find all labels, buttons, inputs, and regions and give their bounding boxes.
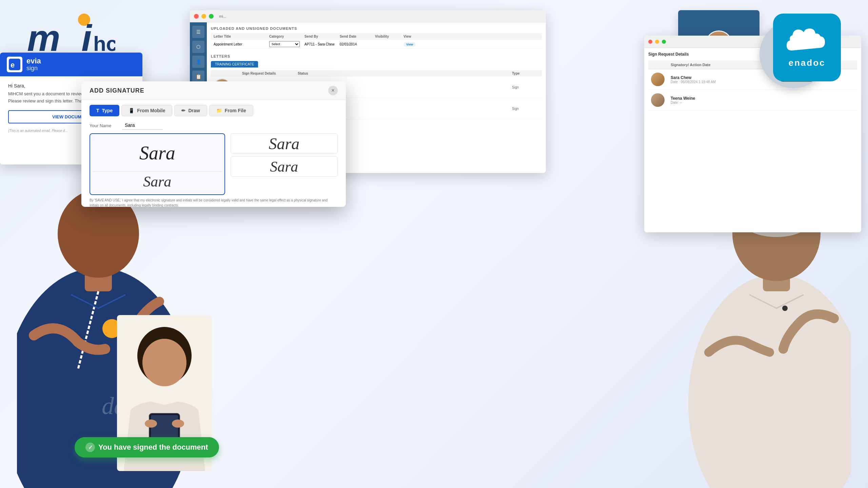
- type-icon: T: [96, 108, 99, 113]
- min-btn[interactable]: [655, 40, 659, 44]
- mobile-label: From Mobile: [137, 108, 165, 113]
- col-send-date: Send Date: [340, 35, 374, 38]
- enadoc-label: enadoc: [788, 58, 825, 68]
- sig-cursive-2: Sara: [93, 171, 222, 192]
- tab-training-cert[interactable]: TRAINING CERTIFICATE: [211, 61, 258, 67]
- col-letter-title: Letter Title: [214, 35, 268, 38]
- col-avatar-header: [651, 63, 668, 67]
- add-signature-modal: ADD SIGNATURE × T Type 📱 From Mobile ✏ D…: [81, 81, 346, 207]
- doc-category: Select: [269, 41, 303, 47]
- signature-options-right: Sara Sara: [231, 133, 338, 195]
- svg-text:m: m: [27, 17, 60, 58]
- sig-cursive-1: Sara: [93, 137, 222, 169]
- signature-tabs: T Type 📱 From Mobile ✏ Draw 📁 From File: [81, 100, 346, 121]
- enadoc-logo: enadoc: [773, 14, 841, 81]
- sign-text: sign: [26, 65, 41, 72]
- close-btn[interactable]: [648, 40, 652, 44]
- svg-point-18: [142, 339, 186, 386]
- col-type: Sign Request Details: [242, 72, 296, 75]
- maximize-dot: [209, 14, 214, 19]
- tab-type[interactable]: T Type: [90, 105, 119, 116]
- mihcm-logo: m i hcm: [27, 14, 115, 58]
- sidebar-icon-4[interactable]: 📋: [192, 71, 204, 83]
- success-message: You have signed the document: [98, 443, 208, 452]
- sidebar-icon-2[interactable]: ⬡: [192, 41, 204, 53]
- svg-text:e: e: [11, 61, 15, 69]
- titlebar: mi...: [190, 10, 546, 22]
- svg-point-22: [172, 419, 184, 428]
- modal-close-button[interactable]: ×: [328, 86, 338, 95]
- check-circle-icon: ✓: [85, 443, 95, 452]
- mobile-icon: 📱: [129, 108, 134, 113]
- doc-title: Appointment Letter: [214, 42, 268, 46]
- svg-text:i: i: [81, 17, 93, 58]
- sig-right-2[interactable]: Sara: [231, 156, 338, 177]
- eviasign-brand: evia sign: [26, 57, 41, 72]
- success-notification: ✓ You have signed the document: [75, 437, 219, 457]
- window-url: mi...: [219, 14, 226, 18]
- tab-from-mobile[interactable]: 📱 From Mobile: [121, 105, 172, 116]
- name-label: Your Name: [90, 123, 117, 128]
- checkmark-icon: ✓: [88, 444, 93, 451]
- signature-option-selected[interactable]: Sara Sara: [90, 133, 225, 195]
- col-status-header: Status: [298, 72, 511, 75]
- draw-icon: ✏: [181, 108, 185, 113]
- col-img: [214, 72, 241, 75]
- doc-send-date: 02/01/2014: [340, 42, 374, 46]
- letters-tabs: TRAINING CERTIFICATE: [211, 61, 542, 67]
- signatory-info-teena: Teena Weine Date: --: [671, 96, 811, 104]
- file-icon: 📁: [216, 108, 222, 113]
- svg-text:hcm: hcm: [93, 32, 115, 55]
- tab-draw[interactable]: ✏ Draw: [174, 105, 207, 116]
- signatory-avatar-sara: [651, 73, 665, 86]
- file-label: From File: [225, 108, 246, 113]
- sidebar-icon-3[interactable]: 👤: [192, 56, 204, 68]
- sign-type-1: Sign: [512, 85, 539, 89]
- tab-from-file[interactable]: 📁 From File: [209, 105, 253, 116]
- letters-title: LETTERS: [211, 54, 542, 58]
- consent-text: By 'SAVE AND USE,' I agree that my elect…: [81, 195, 346, 207]
- col-view: View: [403, 35, 424, 38]
- signatures-area: Sara Sara Sara Sara: [81, 133, 346, 195]
- category-select[interactable]: Select: [269, 41, 300, 47]
- svg-point-21: [145, 419, 157, 428]
- name-row: Your Name: [81, 121, 346, 133]
- name-input[interactable]: [122, 121, 163, 130]
- col-send-by: Send By: [304, 35, 338, 38]
- sig-right-1[interactable]: Sara: [231, 133, 338, 154]
- max-btn[interactable]: [662, 40, 666, 44]
- teena-name: Teena Weine: [671, 96, 811, 101]
- teena-date: Date: --: [671, 101, 811, 104]
- col-visibility: Visibility: [375, 35, 402, 38]
- draw-label: Draw: [188, 108, 200, 113]
- minimize-dot: [201, 14, 206, 19]
- eviasign-logo-box: e: [7, 57, 22, 72]
- modal-header: ADD SIGNATURE ×: [81, 81, 346, 100]
- doc-row-1: Appointment Letter Select AP711 - Sara C…: [211, 40, 542, 49]
- signatory-avatar-teena: [651, 93, 665, 107]
- col-category: Category: [269, 35, 303, 38]
- modal-title: ADD SIGNATURE: [90, 87, 144, 94]
- evia-text: evia: [26, 57, 41, 65]
- col-type-header: Type: [512, 72, 539, 75]
- sign-type-2: Sign: [512, 107, 539, 111]
- sidebar-icon-1[interactable]: ☰: [192, 26, 204, 38]
- sign-table-header: Sign Request Details Status Type: [211, 70, 542, 77]
- uploaded-docs-title: UPLOADED AND UNSIGNED DOCUMENTS: [211, 26, 542, 31]
- doc-send-by: AP711 - Sara Chew: [304, 42, 338, 46]
- doc-view-btn[interactable]: View: [403, 42, 424, 46]
- close-dot: [194, 14, 199, 19]
- docs-table-header: Letter Title Category Send By Send Date …: [211, 33, 542, 40]
- signatory-row-2: Teena Weine Date: --: [648, 90, 857, 111]
- type-label: Type: [102, 108, 113, 113]
